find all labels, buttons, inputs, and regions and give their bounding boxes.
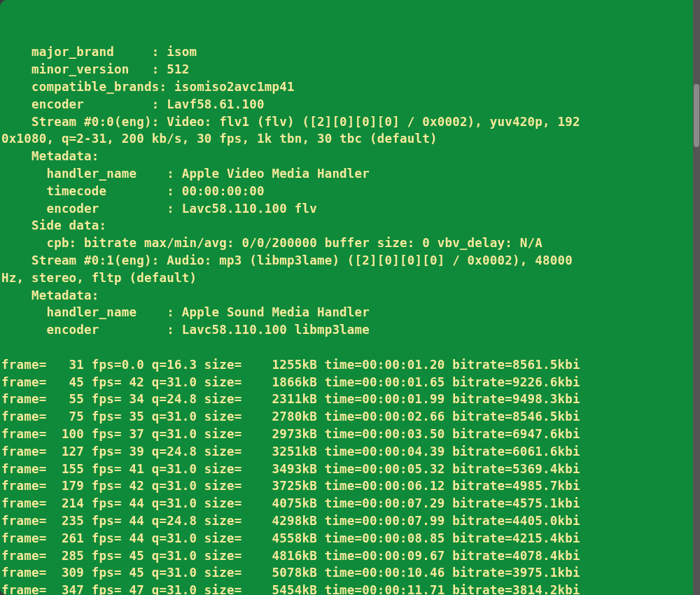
scrollbar-track[interactable] [693, 0, 700, 595]
scrollbar-thumb[interactable] [694, 84, 699, 147]
ffmpeg-progress-block: frame= 31 fps=0.0 q=16.3 size= 1255kB ti… [1, 358, 580, 595]
terminal-window[interactable]: major_brand : isom minor_version : 512 c… [0, 0, 693, 595]
ffmpeg-metadata-block: major_brand : isom minor_version : 512 c… [1, 45, 580, 337]
terminal-output: major_brand : isom minor_version : 512 c… [0, 27, 693, 595]
